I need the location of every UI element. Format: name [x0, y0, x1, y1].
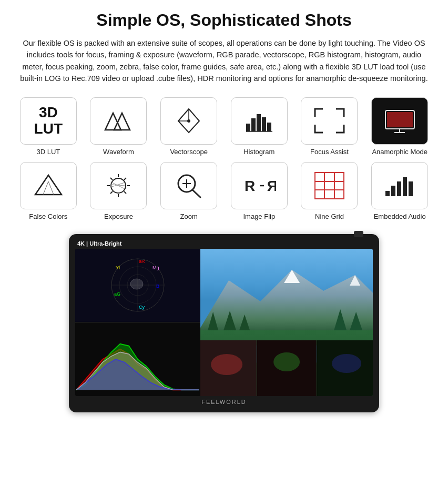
icon-label-image-flip: Image Flip — [243, 212, 275, 221]
icon-box-image-flip: R R — [231, 162, 288, 209]
svg-line-27 — [110, 191, 113, 194]
icon-label-histogram: Histogram — [243, 148, 274, 157]
svg-text:Yl: Yl — [116, 265, 120, 270]
svg-text:R: R — [267, 178, 276, 194]
svg-line-32 — [192, 190, 200, 197]
svg-rect-38 — [315, 173, 344, 199]
page-container: Simple OS, Sophisticated Shots Our flexi… — [0, 0, 448, 418]
monitor-section: 4K | Ultra-Bright — [16, 234, 432, 412]
icon-cell-waveform: Waveform — [86, 97, 151, 157]
svg-rect-45 — [397, 181, 401, 196]
vectorscope-display: aR Mg B Cy aG Yl — [75, 249, 200, 322]
vectorscope-display-svg: aR Mg B Cy aG Yl — [106, 254, 169, 317]
svg-point-78 — [273, 352, 300, 371]
scope-panels: aR Mg B Cy aG Yl — [75, 249, 200, 396]
histogram-svg — [76, 323, 199, 395]
3dlut-icon: 3DLUT — [34, 105, 63, 137]
icon-cell-image-flip: R R Image Flip — [227, 162, 292, 221]
monitor-top-bar: 4K | Ultra-Bright — [75, 239, 373, 249]
icon-cell-anamorphic-mode: Anamorphic Mode — [367, 97, 432, 157]
icon-box-vectorscope — [160, 97, 217, 145]
svg-line-17 — [43, 181, 48, 195]
monitor-device: 4K | Ultra-Bright — [69, 234, 379, 412]
icon-box-nine-grid — [301, 162, 358, 209]
svg-text:R: R — [245, 178, 255, 194]
svg-rect-10 — [267, 123, 271, 131]
svg-line-25 — [124, 191, 126, 194]
svg-text:aR: aR — [139, 259, 145, 264]
main-image — [200, 249, 373, 396]
page-title: Simple OS, Sophisticated Shots — [16, 11, 432, 30]
svg-line-24 — [110, 178, 113, 180]
icon-box-waveform — [90, 97, 147, 145]
svg-line-26 — [124, 178, 126, 180]
icon-cell-zoom: Zoom — [156, 162, 221, 221]
svg-point-5 — [187, 119, 190, 123]
icon-label-false-colors: False Colors — [29, 212, 67, 221]
icon-label-zoom: Zoom — [180, 212, 198, 221]
histogram-display — [75, 322, 200, 396]
svg-rect-47 — [409, 181, 413, 196]
svg-line-18 — [48, 181, 54, 195]
icon-label-exposure: Exposure — [104, 212, 133, 221]
icon-label-3dlut: 3D LUT — [36, 148, 60, 157]
svg-text:B: B — [156, 284, 159, 289]
svg-rect-6 — [246, 124, 250, 131]
focus-assist-icon — [312, 106, 347, 135]
svg-point-59 — [130, 279, 143, 289]
icon-cell-vectorscope: Vectorscope — [156, 97, 221, 157]
monitor-brand: FEELWORLD — [75, 396, 373, 406]
icon-label-focus-assist: Focus Assist — [310, 148, 349, 157]
icon-grid: 3DLUT 3D LUT Waveform — [16, 97, 432, 221]
svg-point-77 — [211, 354, 242, 375]
icon-box-histogram — [231, 97, 288, 145]
svg-rect-43 — [385, 191, 390, 196]
icon-cell-nine-grid: Nine Grid — [297, 162, 362, 221]
svg-point-79 — [332, 354, 361, 373]
monitor-screen: aR Mg B Cy aG Yl — [75, 249, 373, 396]
exposure-icon — [101, 170, 136, 201]
icon-label-anamorphic-mode: Anamorphic Mode — [372, 148, 427, 157]
icon-box-anamorphic-mode — [371, 97, 428, 145]
icon-cell-exposure: Exposure — [86, 162, 151, 221]
icon-box-exposure — [90, 162, 147, 209]
svg-rect-9 — [262, 117, 266, 131]
svg-rect-13 — [387, 112, 413, 127]
icon-box-3dlut: 3DLUT — [20, 97, 77, 145]
anamorphic-mode-icon — [383, 106, 417, 135]
icon-label-nine-grid: Nine Grid — [315, 212, 344, 221]
histogram-icon — [243, 108, 275, 134]
svg-rect-44 — [391, 186, 395, 196]
vectorscope-icon — [173, 106, 205, 135]
main-image-svg — [200, 249, 373, 396]
nine-grid-icon — [312, 170, 347, 201]
svg-marker-16 — [35, 175, 62, 195]
icon-box-embedded-audio — [371, 162, 428, 209]
svg-text:aG: aG — [114, 291, 120, 297]
zoom-icon — [173, 171, 205, 200]
icon-cell-false-colors: False Colors — [16, 162, 81, 221]
embedded-audio-icon — [383, 171, 417, 200]
false-colors-icon — [33, 171, 64, 200]
icon-cell-histogram: Histogram — [227, 97, 292, 157]
svg-rect-46 — [403, 177, 407, 196]
icon-box-false-colors — [20, 162, 77, 209]
icon-label-embedded-audio: Embedded Audio — [374, 212, 426, 221]
monitor-knob — [354, 231, 363, 237]
monitor-badge: 4K | Ultra-Bright — [77, 240, 121, 247]
icon-box-focus-assist — [301, 97, 358, 145]
svg-rect-8 — [257, 114, 261, 131]
svg-text:Cy: Cy — [139, 305, 145, 310]
icon-cell-3dlut: 3DLUT 3D LUT — [16, 97, 81, 157]
icon-cell-focus-assist: Focus Assist — [297, 97, 362, 157]
svg-text:Mg: Mg — [152, 265, 159, 270]
image-flip-icon: R R — [242, 171, 276, 200]
icon-label-waveform: Waveform — [103, 148, 134, 157]
page-description: Our flexible OS is packed with an extens… — [16, 37, 432, 85]
icon-label-vectorscope: Vectorscope — [170, 148, 208, 157]
svg-rect-7 — [251, 118, 256, 131]
icon-cell-embedded-audio: Embedded Audio — [367, 162, 432, 221]
icon-box-zoom — [160, 162, 217, 209]
waveform-icon — [103, 108, 134, 134]
